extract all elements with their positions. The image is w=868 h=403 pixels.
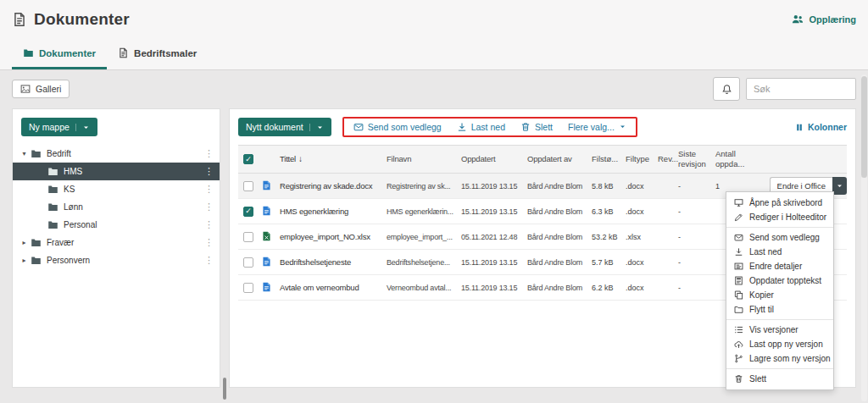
document-filesize: 53.2 kB [589,233,623,241]
document-last-revision: - [676,207,713,216]
kebab-menu-icon[interactable]: ⋮ [204,148,213,159]
document-last-revision: - [676,284,713,292]
column-header-oppdatert[interactable]: Oppdatert [459,152,525,166]
menu-item[interactable]: Rediger i Holteeditor [726,210,833,224]
kebab-menu-icon[interactable]: ⋮ [204,166,213,177]
folder-tree: ▾ Bedrift ⋮ HMS ⋮ KS ⋮ Lønn ⋮ Personal ⋮… [13,145,220,269]
tree-item-ks[interactable]: KS ⋮ [13,180,220,198]
row-checkbox[interactable] [243,207,253,217]
menu-item[interactable]: Oppdater topptekst [726,273,833,288]
image-icon [20,84,31,94]
columns-icon [795,123,804,132]
scrollbar-thumb[interactable] [861,76,867,178]
toolbar-action-link[interactable]: Flere valg... [568,122,626,132]
document-title[interactable]: Avtale om verneombud [277,283,384,292]
column-header-revisjon[interactable]: Rev... [655,152,676,166]
folder-name: KS [64,185,204,194]
menu-item[interactable]: Flytt til [726,302,833,317]
menu-item[interactable]: Send som vedlegg [726,230,833,245]
column-header-filtype[interactable]: Filtype [623,152,655,166]
tree-item-hms[interactable]: HMS ⋮ [13,163,220,180]
select-all-checkbox[interactable] [243,154,253,164]
menu-item[interactable]: Last ned [726,245,833,259]
caret-down-icon[interactable] [309,124,324,131]
tree-item-personal[interactable]: Personal ⋮ [13,216,220,234]
tab-dokumenter[interactable]: Dokumenter [12,39,107,69]
document-last-revision: - [676,258,713,267]
document-filetype: .xlsx [623,233,655,241]
column-header-siste-revisjon[interactable]: Siste revisjon [676,147,713,171]
document-filename: Verneombud avtal... [384,284,459,292]
trash-icon [520,122,531,132]
column-header-antall-oppdateringer[interactable]: Antall oppda... [713,147,748,171]
document-title[interactable]: HMS egenerklæring [277,207,384,216]
column-header-oppdatert-av[interactable]: Oppdatert av [525,152,589,166]
toolbar-action-link[interactable]: Slett [520,122,553,132]
document-updated-by: Bård Andre Blom [525,233,589,241]
expander-icon[interactable]: ▸ [19,257,29,264]
row-checkbox[interactable] [243,283,253,293]
menu-item[interactable]: Vis versjoner [726,323,833,337]
column-header-filnavn[interactable]: Filnavn [384,152,459,166]
menu-item[interactable]: Lagre som ny versjon [726,351,833,366]
sidebar-scrollbar-thumb[interactable] [223,378,226,400]
tab-bedriftsmaler[interactable]: Bedriftsmaler [107,39,208,69]
expander-icon[interactable]: ▾ [19,150,29,157]
download-icon [734,247,743,257]
details-icon [734,262,743,271]
training-link[interactable]: Opplæring [792,14,856,25]
document-title[interactable]: employee_import_NO.xlsx [277,232,384,241]
tree-item-lønn[interactable]: Lønn ⋮ [13,198,220,216]
document-updated: 05.11.2021 12.48 [459,233,525,241]
document-filetype: .docx [623,182,655,190]
people-icon [792,14,804,25]
tree-item-bedrift[interactable]: ▾ Bedrift ⋮ [13,145,220,163]
row-checkbox[interactable] [243,257,253,268]
row-checkbox[interactable] [243,181,253,191]
document-updated: 15.11.2019 13.15 [459,258,525,267]
menu-item[interactable]: Endre detaljer [726,259,833,273]
new-folder-button[interactable]: Ny mappe [21,118,97,136]
kebab-menu-icon[interactable]: ⋮ [204,184,213,195]
branch-icon [734,354,743,363]
caret-down-icon[interactable] [75,124,90,131]
column-header-filstorrelse[interactable]: Filstø... [589,152,623,166]
document-updated-by: Bård Andre Blom [525,182,589,190]
folder-name: Personal [64,220,204,229]
gallery-button[interactable]: Galleri [12,80,70,98]
envelope-icon [353,122,364,132]
document-title[interactable]: Registrering av skade.docx [277,181,384,190]
word-file-icon [261,281,272,293]
toolbar-action-link[interactable]: Last ned [457,122,505,132]
new-document-button[interactable]: Nytt dokument [238,118,331,136]
word-file-icon [261,179,272,191]
caret-down-icon[interactable] [832,177,847,195]
menu-item[interactable]: Åpne på skrivebord [726,196,833,210]
folder-name: HMS [64,167,204,176]
document-title[interactable]: Bedriftshelsetjeneste [277,257,384,267]
tree-item-personvern[interactable]: ▸ Personvern ⋮ [13,251,220,269]
menu-item[interactable]: Kopier [726,288,833,302]
columns-button[interactable]: Kolonner [795,122,847,132]
menu-item[interactable]: Slett [726,372,833,386]
search-input[interactable] [746,78,856,100]
page-scrollbar[interactable] [861,75,867,401]
document-updated-by: Bård Andre Blom [525,207,589,216]
menu-item[interactable]: Last opp ny versjon [726,337,833,351]
expander-icon[interactable]: ▸ [19,239,29,246]
row-checkbox[interactable] [243,232,253,242]
tree-item-fravær[interactable]: ▸ Fravær ⋮ [13,234,220,251]
folder-icon [47,202,58,213]
column-header-tittel[interactable]: Tittel↓ [277,152,384,167]
document-filesize: 6.2 kB [589,284,623,292]
folder-icon [47,219,58,230]
kebab-menu-icon[interactable]: ⋮ [204,255,213,266]
notifications-button[interactable] [713,77,740,101]
folder-icon [31,148,42,159]
kebab-menu-icon[interactable]: ⋮ [204,237,213,248]
kebab-menu-icon[interactable]: ⋮ [204,219,213,230]
trash-icon [734,374,743,384]
toolbar-action-link[interactable]: Send som vedlegg [353,122,442,132]
app-header: Dokumenter Opplæring [0,0,868,39]
kebab-menu-icon[interactable]: ⋮ [204,202,213,213]
